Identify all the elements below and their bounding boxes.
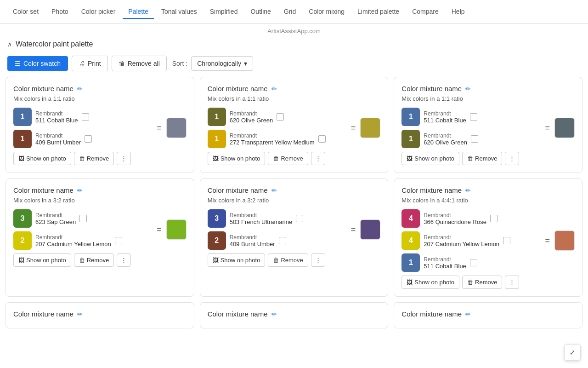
- card-title-row: Color mixture name✏: [13, 85, 187, 92]
- result-swatch: [360, 219, 380, 240]
- card-title: Color mixture name: [401, 85, 462, 92]
- color-swatch-label: Color swatch: [23, 60, 61, 67]
- color-checkbox[interactable]: [490, 215, 498, 222]
- result-swatch: [166, 219, 187, 240]
- color-card-8: Color mixture name✏: [200, 302, 389, 328]
- trash-icon: 🗑: [79, 155, 85, 162]
- remove-button[interactable]: 🗑 Remove: [74, 253, 114, 267]
- color-checkbox[interactable]: [277, 113, 284, 121]
- nav-item-tonal-values[interactable]: Tonal values: [156, 5, 203, 19]
- edit-icon[interactable]: ✏: [465, 187, 471, 194]
- remove-label: Remove: [87, 257, 109, 264]
- color-swatch-button[interactable]: ☰ Color swatch: [7, 56, 68, 71]
- remove-button[interactable]: 🗑 Remove: [268, 253, 308, 267]
- edit-icon[interactable]: ✏: [271, 187, 277, 194]
- color-badge: 2: [208, 231, 226, 250]
- color-checkbox[interactable]: [471, 135, 478, 143]
- color-info: Rembrandt511 Cobalt Blue: [424, 110, 466, 124]
- more-icon: ⋮: [315, 155, 321, 162]
- more-options-button[interactable]: ⋮: [311, 152, 325, 165]
- color-card-6: Color mixture name✏Mix colors in a 4:4:1…: [394, 178, 582, 297]
- nav-item-palette[interactable]: Palette: [123, 5, 154, 19]
- color-checkbox[interactable]: [470, 113, 477, 121]
- show-on-photo-button[interactable]: 🖼 Show on photo: [13, 152, 71, 165]
- section-header: ∧ Watercolor paint palette: [0, 36, 588, 52]
- color-name: 620 Olive Green: [230, 117, 273, 124]
- color-brand: Rembrandt: [230, 110, 273, 117]
- edit-icon[interactable]: ✏: [77, 85, 83, 92]
- color-checkbox[interactable]: [115, 237, 122, 244]
- edit-icon[interactable]: ✏: [271, 85, 277, 92]
- show-on-photo-button[interactable]: 🖼 Show on photo: [13, 253, 71, 267]
- nav-item-color-mixing[interactable]: Color mixing: [303, 5, 350, 19]
- show-on-photo-label: Show on photo: [414, 279, 454, 286]
- ratio-text: Mix colors in a 3:2 ratio: [13, 197, 187, 204]
- edit-icon[interactable]: ✏: [465, 310, 471, 318]
- show-on-photo-button[interactable]: 🖼 Show on photo: [401, 152, 459, 165]
- more-options-button[interactable]: ⋮: [311, 253, 325, 267]
- collapse-icon[interactable]: ∧: [7, 40, 12, 48]
- nav-item-photo[interactable]: Photo: [46, 5, 74, 19]
- remove-all-label: Remove all: [128, 60, 160, 67]
- nav-item-color-set[interactable]: Color set: [7, 5, 44, 19]
- nav-item-outline[interactable]: Outline: [245, 5, 276, 19]
- edit-icon[interactable]: ✏: [77, 187, 83, 194]
- print-icon: 🖨: [79, 60, 85, 67]
- equals-sign: =: [545, 123, 550, 133]
- print-button[interactable]: 🖨 Print: [72, 56, 108, 71]
- show-on-photo-label: Show on photo: [220, 257, 260, 264]
- remove-button[interactable]: 🗑 Remove: [74, 152, 114, 165]
- show-on-photo-button[interactable]: 🖼 Show on photo: [401, 276, 459, 289]
- color-checkbox[interactable]: [79, 215, 87, 222]
- color-badge: 1: [13, 108, 32, 126]
- remove-button[interactable]: 🗑 Remove: [268, 152, 308, 165]
- remove-button[interactable]: 🗑 Remove: [462, 152, 502, 165]
- nav-item-simplified[interactable]: Simplified: [204, 5, 243, 19]
- remove-label: Remove: [475, 155, 497, 162]
- edit-icon[interactable]: ✏: [271, 310, 277, 318]
- edit-icon[interactable]: ✏: [77, 310, 83, 318]
- card-footer: 🖼 Show on photo 🗑 Remove ⋮: [13, 253, 187, 267]
- color-row-0: 1Rembrandt511 Cobalt Blue: [401, 108, 540, 126]
- more-options-button[interactable]: ⋮: [505, 276, 519, 289]
- equals-sign: =: [545, 236, 550, 246]
- color-name: 366 Quinacridone Rose: [424, 218, 486, 225]
- nav-item-help[interactable]: Help: [446, 5, 470, 19]
- show-on-photo-button[interactable]: 🖼 Show on photo: [208, 152, 266, 165]
- card-title-row: Color mixture name✏: [401, 186, 575, 194]
- color-brand: Rembrandt: [35, 132, 81, 139]
- color-badge: 4: [401, 209, 420, 228]
- nav-item-grid[interactable]: Grid: [278, 5, 301, 19]
- more-icon: ⋮: [121, 155, 127, 162]
- color-checkbox[interactable]: [296, 215, 303, 222]
- nav-item-limited-palette[interactable]: Limited palette: [352, 5, 405, 19]
- color-checkbox[interactable]: [470, 259, 477, 266]
- nav-item-color-picker[interactable]: Color picker: [76, 5, 121, 19]
- color-checkbox[interactable]: [85, 135, 92, 143]
- color-row-1: 2Rembrandt207 Cadmium Yellow Lemon: [13, 231, 152, 250]
- color-info: Rembrandt511 Cobalt Blue: [424, 256, 466, 270]
- print-label: Print: [88, 60, 101, 67]
- edit-icon[interactable]: ✏: [465, 85, 471, 92]
- image-icon: 🖼: [407, 155, 413, 162]
- color-checkbox[interactable]: [279, 237, 286, 244]
- color-checkbox[interactable]: [82, 113, 89, 121]
- more-icon: ⋮: [121, 257, 127, 264]
- card-title: Color mixture name: [401, 186, 462, 194]
- more-options-button[interactable]: ⋮: [117, 152, 131, 165]
- show-on-photo-button[interactable]: 🖼 Show on photo: [208, 253, 266, 267]
- color-info: Rembrandt409 Burnt Umber: [35, 132, 81, 146]
- card-title: Color mixture name: [13, 85, 74, 92]
- more-options-button[interactable]: ⋮: [505, 152, 519, 165]
- image-icon: 🖼: [213, 155, 219, 162]
- sort-dropdown[interactable]: Chronologically ▾: [191, 56, 253, 71]
- more-options-button[interactable]: ⋮: [117, 253, 131, 267]
- color-checkbox[interactable]: [318, 135, 326, 143]
- color-card-4: Color mixture name✏Mix colors in a 3:2 r…: [6, 178, 194, 297]
- nav-item-compare[interactable]: Compare: [407, 5, 444, 19]
- remove-button[interactable]: 🗑 Remove: [462, 276, 502, 289]
- color-row-0: 3Rembrandt503 French Ultramarine: [208, 209, 346, 228]
- color-badge: 1: [401, 130, 420, 148]
- color-checkbox[interactable]: [503, 237, 510, 244]
- remove-all-button[interactable]: 🗑 Remove all: [112, 56, 167, 71]
